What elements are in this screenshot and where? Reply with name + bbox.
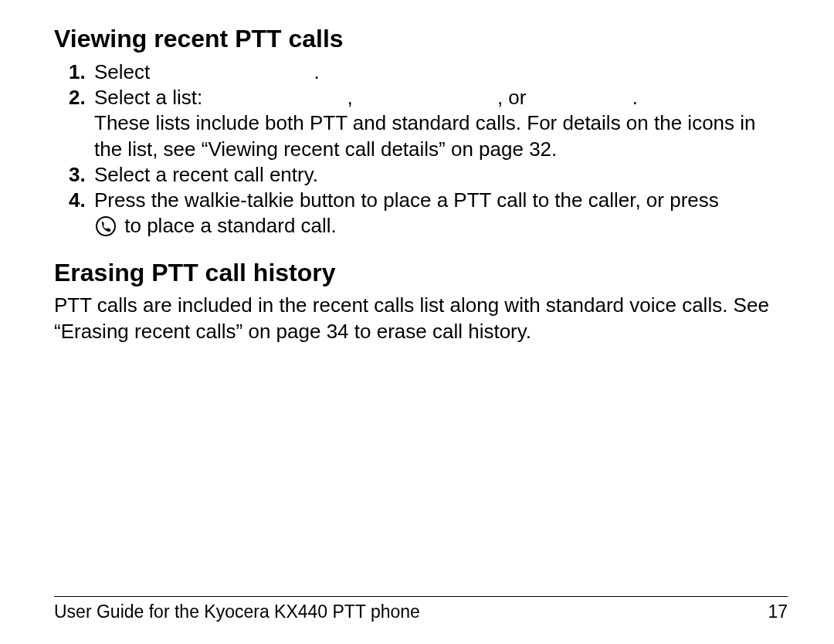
steps-list: Select . Select a list: , , or . These l… (54, 59, 788, 243)
step-3: Select a recent call entry. (91, 162, 788, 188)
step-4-text-a: Press the walkie-talkie button to place … (94, 188, 719, 212)
footer-title: User Guide for the Kyocera KX440 PTT pho… (54, 602, 420, 622)
step-2-text-a: Select a list: (94, 86, 202, 109)
page-footer: User Guide for the Kyocera KX440 PTT pho… (54, 596, 788, 622)
footer-rule (54, 596, 788, 597)
step-1: Select . (91, 59, 788, 85)
step-4: Press the walkie-talkie button to place … (91, 188, 788, 243)
heading-viewing-recent-ptt-calls: Viewing recent PTT calls (54, 25, 788, 53)
step-2: Select a list: , , or . These lists incl… (91, 85, 788, 162)
page-number: 17 (768, 602, 788, 622)
step-2-text-c: , or (497, 86, 527, 109)
step-4-text-b: to place a standard call. (124, 214, 337, 237)
step-3-text: Select a recent call entry. (94, 163, 318, 186)
step-1-text-b: . (314, 60, 320, 83)
section2-body: PTT calls are included in the recent cal… (54, 293, 788, 344)
heading-erasing-ptt-call-history: Erasing PTT call history (54, 259, 788, 287)
svg-point-0 (97, 217, 115, 236)
step-2-body: These lists include both PTT and standar… (94, 110, 788, 162)
step-1-text-a: Select (94, 60, 150, 83)
step-2-text-d: . (632, 86, 638, 109)
page-body: Viewing recent PTT calls Select . Select… (54, 25, 788, 344)
step-2-text-b: , (347, 86, 352, 109)
phone-icon (96, 216, 116, 242)
page: Viewing recent PTT calls Select . Select… (0, 0, 834, 644)
